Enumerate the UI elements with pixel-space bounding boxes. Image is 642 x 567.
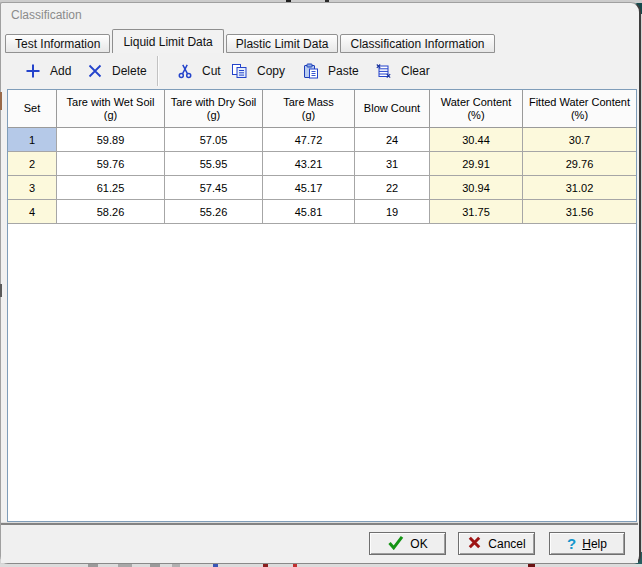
check-icon [387,535,404,553]
grid-cell[interactable]: 31 [355,152,430,176]
tab-label: Plastic Limit Data [236,37,329,51]
grid-header-row: Set Tare with Wet Soil(g) Tare with Dry … [8,90,636,128]
button-bar [1,525,638,563]
grid-header-water-content: Water Content(%) [430,90,523,128]
grid-cell[interactable]: 45.17 [263,176,355,200]
grid-header-blow-count: Blow Count [355,90,430,128]
cut-label: Cut [202,64,221,78]
grid-cell[interactable]: 31.75 [430,200,523,224]
grid-header-tare-wet: Tare with Wet Soil(g) [57,90,165,128]
grid-cell[interactable]: 19 [355,200,430,224]
red-x-icon [467,535,482,553]
copy-button[interactable]: Copy [223,57,293,85]
delete-button[interactable]: Delete [79,57,155,85]
grid-cell-selected[interactable]: 1 [8,128,57,152]
grid-cell[interactable]: 55.26 [165,200,263,224]
grid-cell[interactable]: 22 [355,176,430,200]
cancel-button[interactable]: Cancel [458,532,535,555]
grid-header-tare-dry: Tare with Dry Soil(g) [165,90,263,128]
grid-row: 4 58.26 55.26 45.81 19 31.75 31.56 [8,200,636,224]
ok-label: OK [410,537,427,551]
copy-label: Copy [257,64,285,78]
grid-cell[interactable]: 31.02 [523,176,636,200]
grid-cell[interactable]: 4 [8,200,57,224]
tab-bar: Test Information Liquid Limit Data Plast… [5,28,497,53]
grid-cell[interactable]: 43.21 [263,152,355,176]
grid-cell[interactable]: 47.72 [263,128,355,152]
cut-button[interactable]: Cut [169,57,229,85]
clear-button[interactable]: Clear [367,57,438,85]
x-icon [87,63,103,79]
grid-cell[interactable]: 57.05 [165,128,263,152]
grid-cell[interactable]: 58.26 [57,200,165,224]
screen: Classification Test Information Liquid L… [0,0,642,567]
tab-label: Classification Information [350,37,484,51]
tab-label: Test Information [15,37,100,51]
add-button[interactable]: Add [17,57,79,85]
copy-icon [231,63,248,79]
classification-dialog: Classification Test Information Liquid L… [0,2,641,564]
grid-cell[interactable]: 24 [355,128,430,152]
grid-header-tare-mass: Tare Mass(g) [263,90,355,128]
clear-table-icon [375,63,392,79]
grid-cell[interactable]: 29.91 [430,152,523,176]
ok-button[interactable]: OK [369,532,446,555]
grid-cell[interactable]: 29.76 [523,152,636,176]
screen-edge-artifact [0,92,2,110]
cancel-label: Cancel [488,537,525,551]
grid-cell[interactable]: 30.44 [430,128,523,152]
grid-cell[interactable]: 2 [8,152,57,176]
tab-liquid-limit-data[interactable]: Liquid Limit Data [112,29,223,53]
grid-cell[interactable]: 31.56 [523,200,636,224]
grid-cell[interactable]: 59.76 [57,152,165,176]
toolbar-separator [157,56,159,86]
toolbar: Add Delete Cut [7,53,633,89]
help-label: Help [582,537,607,551]
plus-icon [25,63,41,79]
add-label: Add [50,64,71,78]
scissors-icon [177,63,193,79]
question-mark-icon: ? [567,536,576,551]
help-button[interactable]: ? Help [549,532,625,555]
grid-row: 3 61.25 57.45 45.17 22 30.94 31.02 [8,176,636,200]
paste-label: Paste [328,64,359,78]
data-grid: Set Tare with Wet Soil(g) Tare with Dry … [7,89,637,522]
grid-header-set: Set [8,90,57,128]
grid-cell[interactable]: 59.89 [57,128,165,152]
grid-row: 2 59.76 55.95 43.21 31 29.91 29.76 [8,152,636,176]
tab-test-information[interactable]: Test Information [5,34,110,53]
delete-label: Delete [112,64,147,78]
grid-row: 1 59.89 57.05 47.72 24 30.44 30.7 [8,128,636,152]
window-title: Classification [11,8,82,22]
tab-classification-information[interactable]: Classification Information [340,34,494,53]
grid-cell[interactable]: 3 [8,176,57,200]
grid-cell[interactable]: 61.25 [57,176,165,200]
grid-cell[interactable]: 45.81 [263,200,355,224]
paste-icon [303,63,319,79]
clear-label: Clear [401,64,430,78]
tab-label: Liquid Limit Data [123,35,212,49]
tab-plastic-limit-data[interactable]: Plastic Limit Data [226,34,339,53]
grid-cell[interactable]: 55.95 [165,152,263,176]
paste-button[interactable]: Paste [295,57,367,85]
grid-cell[interactable]: 57.45 [165,176,263,200]
screen-edge-artifact [0,284,2,297]
grid-cell[interactable]: 30.7 [523,128,636,152]
grid-header-fitted-water-content: Fitted Water Content(%) [523,90,636,128]
grid-cell[interactable]: 30.94 [430,176,523,200]
